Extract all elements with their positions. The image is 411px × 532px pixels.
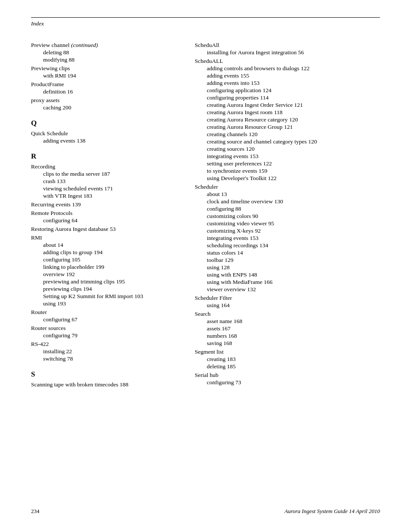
list-item: setting user preferences 122	[195, 160, 380, 167]
left-column: Preview channel (continued) deleting 88 …	[31, 40, 195, 389]
list-item: Scanning tape with broken timecodes 188	[31, 381, 186, 388]
list-item: ScheduALL	[195, 58, 380, 65]
list-item: asset name 168	[195, 318, 380, 325]
list-item: creating channels 120	[195, 131, 380, 138]
list-item: saving 168	[195, 340, 380, 347]
list-item: creating Aurora Ingest Order Service 121	[195, 102, 380, 109]
list-item: Remote Protocols	[31, 210, 186, 217]
list-item: adding events 138	[31, 137, 186, 144]
list-item: modifying 88	[31, 56, 186, 63]
list-item: ScheduAll	[195, 42, 380, 49]
list-item: status colors 14	[195, 249, 380, 256]
list-item: Scheduler	[195, 184, 380, 190]
list-item: creating source and channel category typ…	[195, 138, 380, 145]
list-item: ProductFrame	[31, 81, 186, 88]
list-item: configuring 73	[195, 379, 380, 386]
list-item: about 14	[31, 242, 186, 249]
list-item: Quick Schedule	[31, 130, 186, 137]
list-item: configuring 88	[195, 205, 380, 212]
list-item: creating Aurora Ingest room 118	[195, 109, 380, 116]
list-item: using 193	[31, 300, 186, 307]
list-item: scheduling recordings 134	[195, 242, 380, 249]
list-item: integrating events 153	[195, 235, 380, 242]
list-item: Scheduler Filter	[195, 295, 380, 302]
page-number: 234	[31, 508, 40, 515]
list-item: proxy assets	[31, 97, 186, 104]
list-item: customizing video viewer 95	[195, 220, 380, 227]
footer: 234 Aurora Ingest System Guide 14 April …	[31, 508, 380, 515]
list-item: configuring 105	[31, 256, 186, 263]
list-item: RMI	[31, 234, 186, 241]
list-item: Recurring events 139	[31, 201, 186, 208]
list-item: installing 22	[31, 348, 186, 355]
list-item: adding events into 153	[195, 80, 380, 87]
list-item: configuring 67	[31, 316, 186, 323]
list-item: crash 133	[31, 178, 186, 185]
list-item: numbers 168	[195, 333, 380, 339]
list-item: overview 192	[31, 271, 186, 278]
list-item: using with ENPS 148	[195, 271, 380, 278]
list-item: assets 167	[195, 325, 380, 332]
list-item: Router	[31, 309, 186, 316]
list-item: Router sources	[31, 325, 186, 332]
section-letter-q: Q	[31, 119, 186, 128]
list-item: toolbar 129	[195, 257, 380, 264]
list-item: creating Aurora Resource category 120	[195, 116, 380, 123]
list-item: with VTR Ingest 183	[31, 193, 186, 199]
list-item: previewing clips 194	[31, 286, 186, 292]
list-item: using 164	[195, 302, 380, 309]
list-item: previewing and trimming clips 195	[31, 278, 186, 285]
list-item: configuring properties 114	[195, 94, 380, 101]
content-columns: Preview channel (continued) deleting 88 …	[31, 40, 380, 389]
list-item: Restoring Aurora Ingest database 53	[31, 226, 186, 233]
list-item: viewer overview 132	[195, 286, 380, 293]
list-item: Recording	[31, 163, 186, 170]
list-item: adding clips to group 194	[31, 249, 186, 256]
list-item: adding controls and browsers to dialogs …	[195, 65, 380, 72]
list-item: Search	[195, 311, 380, 317]
list-item: configuring application 124	[195, 87, 380, 94]
list-item: deleting 185	[195, 363, 380, 370]
continued-label: (continued)	[71, 42, 98, 48]
list-item: Previewing clips	[31, 65, 186, 72]
list-item: linking to placeholder 199	[31, 264, 186, 271]
header-title: Index	[31, 20, 380, 27]
list-item: customizing X-keys 92	[195, 227, 380, 234]
section-letter-s: S	[31, 370, 186, 379]
list-item: Serial hub	[195, 372, 380, 379]
list-item: configuring 64	[31, 217, 186, 224]
list-item: about 13	[195, 191, 380, 198]
list-item: to synchronize events 159	[195, 168, 380, 174]
list-item: creating Aurora Resource Group 121	[195, 124, 380, 131]
top-border	[31, 17, 380, 18]
list-item: adding events 155	[195, 72, 380, 79]
list-item: Setting up K2 Summit for RMI import 103	[31, 293, 186, 300]
list-item: RS-422	[31, 341, 186, 348]
list-item: definition 16	[31, 88, 186, 95]
book-title: Aurora Ingest System Guide 14 April 2010	[284, 508, 380, 515]
list-item: installing for Aurora Ingest integration…	[195, 49, 380, 56]
list-item: switching 78	[31, 355, 186, 362]
list-item: clips to the media server 187	[31, 171, 186, 177]
list-item: deleting 88	[31, 49, 186, 56]
list-item: using with MediaFrame 166	[195, 279, 380, 286]
list-item: configuring 79	[31, 332, 186, 339]
list-item: Segment list	[195, 348, 380, 355]
page: Index Preview channel (continued) deleti…	[0, 0, 411, 532]
list-item: caching 200	[31, 104, 186, 111]
list-item: Preview channel (continued)	[31, 42, 186, 49]
list-item: using 128	[195, 264, 380, 271]
section-letter-r: R	[31, 152, 186, 161]
list-item: using Developer's Toolkit 122	[195, 175, 380, 182]
right-column: ScheduAll installing for Aurora Ingest i…	[195, 40, 380, 389]
list-item: integrating events 153	[195, 153, 380, 160]
list-item: viewing scheduled events 171	[31, 185, 186, 192]
list-item: customizing colors 90	[195, 213, 380, 220]
list-item: with RMI 194	[31, 72, 186, 79]
list-item: creating 183	[195, 356, 380, 363]
list-item: creating sources 120	[195, 146, 380, 152]
list-item: clock and timeline overview 130	[195, 198, 380, 205]
